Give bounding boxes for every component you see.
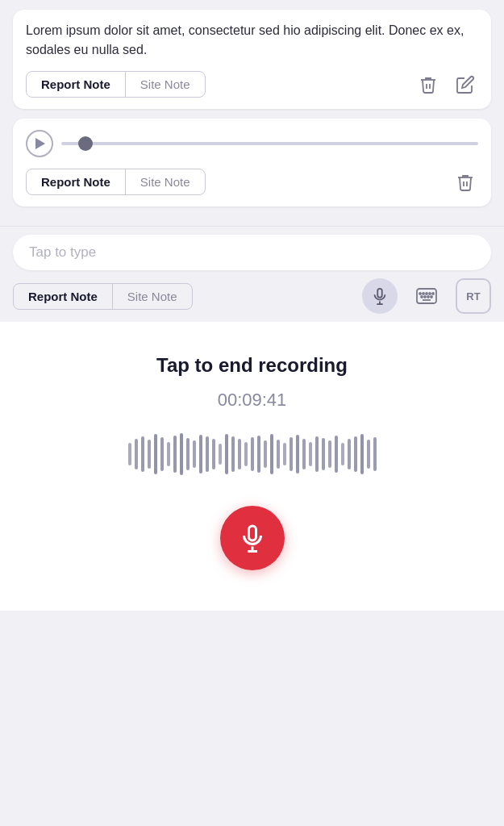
input-footer: Report Note Site Note <box>13 278 491 314</box>
note-tab-group-1: Report Note Site Note <box>26 71 206 98</box>
svg-point-14 <box>419 293 421 294</box>
waveform-bar <box>212 439 215 469</box>
waveform-bar <box>148 440 151 469</box>
waveform-bar <box>160 437 164 471</box>
delete-button-1[interactable] <box>415 72 441 98</box>
recording-panel: Tap to end recording 00:09:41 <box>0 322 504 611</box>
waveform-bar <box>173 436 177 473</box>
note-actions-1 <box>415 72 478 98</box>
waveform-bar <box>373 437 377 471</box>
keyboard-icon <box>416 288 437 304</box>
svg-rect-23 <box>248 526 256 540</box>
waveform-bar <box>154 434 157 474</box>
waveform-bar <box>264 440 267 468</box>
waveform-bar <box>360 434 364 474</box>
recording-timer: 00:09:41 <box>218 390 287 411</box>
rt-button[interactable]: RT <box>456 278 491 314</box>
waveform-bar <box>289 437 293 471</box>
svg-point-20 <box>424 296 426 298</box>
stop-recording-button[interactable] <box>220 506 285 570</box>
tab-site-note-1[interactable]: Site Note <box>126 72 205 97</box>
audio-thumb[interactable] <box>78 136 93 151</box>
note-card-1: Lorem ipsum dolor sit amet, consectetur … <box>13 10 491 109</box>
mic-stop-icon <box>238 524 267 553</box>
waveform-bar <box>244 442 248 466</box>
waveform-bar <box>257 436 260 473</box>
waveform-bar <box>348 439 351 469</box>
rt-label: RT <box>466 290 480 302</box>
waveform-bar <box>231 436 235 472</box>
input-placeholder: Tap to type <box>29 244 96 260</box>
svg-point-16 <box>426 293 427 294</box>
waveform-bar <box>302 439 306 469</box>
play-button[interactable] <box>26 130 53 157</box>
waveform-bar <box>270 434 273 474</box>
input-area: Tap to type Report Note Site Note <box>0 226 504 322</box>
waveform-bar <box>341 443 344 465</box>
audio-track[interactable] <box>61 142 478 145</box>
note-card-2: Report Note Site Note <box>13 119 491 206</box>
input-tab-group: Report Note Site Note <box>13 283 193 310</box>
tab-site-note-2[interactable]: Site Note <box>126 169 205 194</box>
waveform-bar <box>199 435 202 473</box>
svg-point-18 <box>432 293 434 294</box>
delete-button-2[interactable] <box>452 169 478 195</box>
svg-rect-3 <box>417 289 436 303</box>
waveform-bar <box>206 436 209 472</box>
tab-site-note-input[interactable]: Site Note <box>113 284 192 309</box>
tab-report-note-1[interactable]: Report Note <box>27 72 126 97</box>
svg-point-17 <box>429 293 431 294</box>
waveform-bar <box>328 440 331 468</box>
waveform-bar <box>315 436 319 472</box>
text-input-row[interactable]: Tap to type <box>13 235 491 270</box>
waveform-bar <box>128 443 131 465</box>
waveform-bar <box>193 440 196 468</box>
note-text-1: Lorem ipsum dolor sit amet, consectetur … <box>26 21 478 60</box>
mic-icon <box>371 287 389 305</box>
waveform-bar <box>180 433 183 475</box>
tab-report-note-input[interactable]: Report Note <box>14 284 113 309</box>
waveform-bar <box>141 436 144 472</box>
edit-button-1[interactable] <box>452 72 478 98</box>
waveform-bar <box>309 442 312 466</box>
notes-list: Lorem ipsum dolor sit amet, consectetur … <box>0 0 504 226</box>
play-icon <box>35 138 45 149</box>
svg-rect-0 <box>377 289 382 298</box>
input-actions: RT <box>362 278 491 314</box>
waveform-bar <box>225 434 228 474</box>
waveform-bar <box>251 437 254 471</box>
recording-title: Tap to end recording <box>156 354 348 377</box>
waveform-bar <box>135 439 138 469</box>
waveform-bar <box>238 439 241 469</box>
waveform-bar <box>167 442 170 466</box>
svg-point-15 <box>423 293 424 294</box>
waveform-bar <box>367 440 370 469</box>
waveform-bar <box>277 440 280 469</box>
waveform-bar <box>283 443 286 465</box>
audio-player <box>26 130 478 157</box>
waveform-bar <box>186 438 190 470</box>
mic-button[interactable] <box>362 278 398 314</box>
waveform-bar <box>296 435 299 473</box>
svg-point-22 <box>431 296 432 298</box>
waveform-bar <box>322 438 325 470</box>
note-footer-2: Report Note Site Note <box>26 169 478 195</box>
svg-point-21 <box>427 296 429 298</box>
waveform-bar <box>335 436 338 473</box>
waveform <box>128 430 377 478</box>
waveform-bar <box>354 436 357 472</box>
keyboard-button[interactable] <box>409 278 444 314</box>
waveform-bar <box>219 444 222 465</box>
svg-point-19 <box>421 296 423 298</box>
note-actions-2 <box>452 169 478 195</box>
note-tab-group-2: Report Note Site Note <box>26 169 206 195</box>
tab-report-note-2[interactable]: Report Note <box>27 169 126 194</box>
note-footer-1: Report Note Site Note <box>26 71 478 98</box>
